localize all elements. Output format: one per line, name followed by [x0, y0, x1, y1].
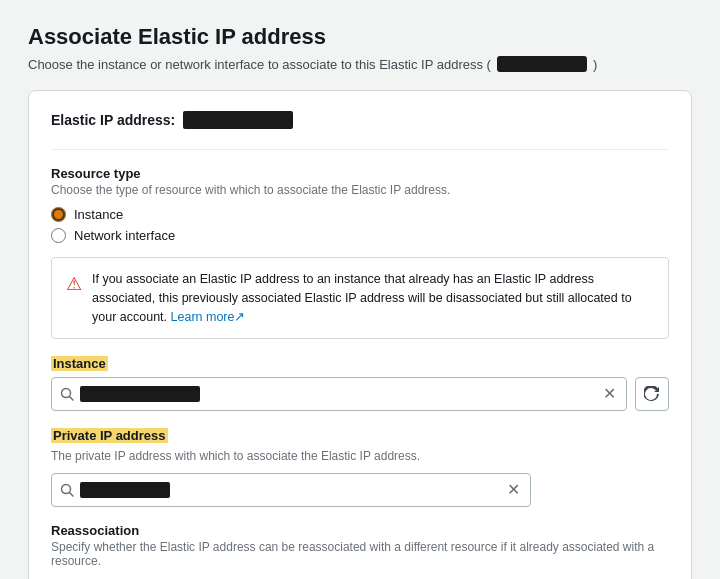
modal-title: Associate Elastic IP address [28, 24, 692, 50]
resource-type-radio-group: Instance Network interface [51, 207, 669, 243]
learn-more-link[interactable]: Learn more↗ [171, 310, 246, 324]
elastic-ip-value-redacted [183, 111, 293, 129]
instance-search-wrap: ✕ [51, 377, 627, 411]
instance-search-input[interactable] [206, 387, 601, 402]
warning-icon: ⚠ [66, 271, 82, 298]
instance-search-icon [60, 387, 74, 401]
radio-network-interface-input[interactable] [51, 228, 66, 243]
radio-instance[interactable]: Instance [51, 207, 669, 222]
instance-section: Instance ✕ [51, 355, 669, 411]
refresh-icon [644, 386, 660, 402]
reassociation-label: Reassociation [51, 523, 669, 538]
warning-text: If you associate an Elastic IP address t… [92, 270, 654, 326]
svg-line-1 [70, 397, 74, 401]
warning-box: ⚠ If you associate an Elastic IP address… [51, 257, 669, 339]
elastic-ip-row: Elastic IP address: [51, 111, 669, 129]
instance-label: Instance [51, 356, 108, 371]
instance-search-row: ✕ [51, 377, 669, 411]
private-ip-search-wrap: ✕ [51, 473, 531, 507]
reassociation-desc: Specify whether the Elastic IP address c… [51, 540, 669, 568]
private-ip-clear-button[interactable]: ✕ [505, 482, 522, 498]
resource-type-desc: Choose the type of resource with which t… [51, 183, 669, 197]
instance-clear-button[interactable]: ✕ [601, 386, 618, 402]
radio-network-interface-label: Network interface [74, 228, 175, 243]
private-ip-section: Private IP address The private IP addres… [51, 427, 669, 507]
private-ip-search-icon [60, 483, 74, 497]
private-ip-value-redacted [80, 482, 170, 498]
radio-instance-label: Instance [74, 207, 123, 222]
modal-subtitle: Choose the instance or network interface… [28, 56, 692, 72]
private-ip-desc: The private IP address with which to ass… [51, 449, 669, 463]
elastic-ip-label: Elastic IP address: [51, 112, 175, 128]
svg-line-3 [70, 493, 74, 497]
radio-instance-input[interactable] [51, 207, 66, 222]
radio-network-interface[interactable]: Network interface [51, 228, 669, 243]
private-ip-input[interactable] [176, 483, 505, 498]
instance-input-value-redacted [80, 386, 200, 402]
subtitle-ip-redacted [497, 56, 587, 72]
reassociation-section: Reassociation Specify whether the Elasti… [51, 523, 669, 579]
instance-refresh-button[interactable] [635, 377, 669, 411]
private-ip-label: Private IP address [51, 428, 168, 443]
resource-type-label: Resource type [51, 166, 669, 181]
main-card: Elastic IP address: Resource type Choose… [28, 90, 692, 579]
